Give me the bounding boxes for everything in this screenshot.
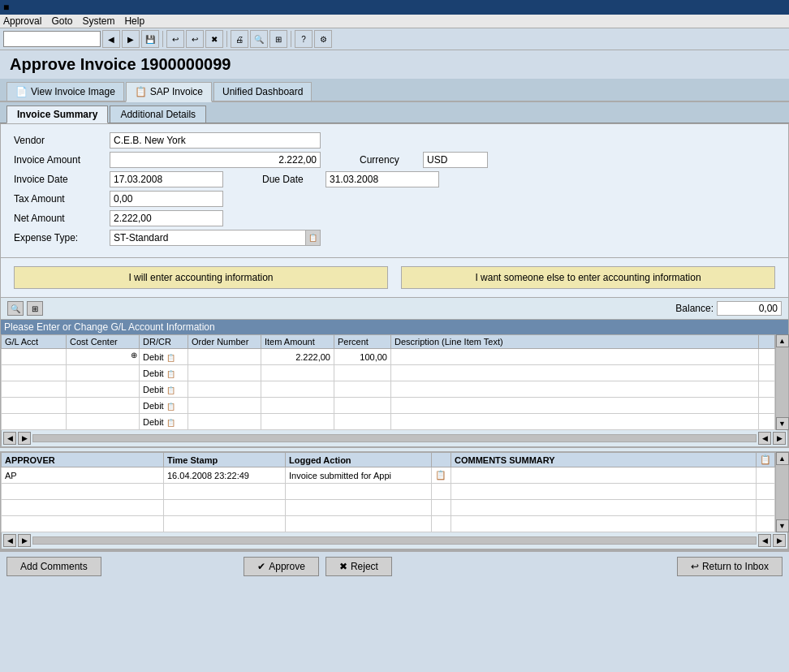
due-date-input[interactable] (326, 171, 439, 187)
gl-scroll-up[interactable]: ▲ (776, 334, 789, 347)
gl-zoom-btn[interactable]: 🔍 (7, 301, 24, 316)
inner-tab-invoice-summary[interactable]: Invoice Summary (6, 106, 108, 123)
description-input[interactable] (394, 417, 755, 427)
gl-acct-input[interactable] (5, 368, 63, 378)
gl-right-scroll[interactable]: ▲ ▼ (775, 334, 788, 430)
gl-acct-input[interactable] (5, 352, 63, 362)
invoice-date-input[interactable] (110, 171, 223, 187)
currency-input[interactable] (423, 152, 488, 168)
gl-hscroll-left[interactable]: ◀ (3, 432, 16, 445)
menu-approval[interactable]: Approval (3, 15, 41, 27)
tab-unified-dashboard[interactable]: Unified Dashboard (213, 82, 312, 101)
order-number-cell[interactable] (188, 398, 261, 414)
toolbar-input[interactable] (3, 31, 101, 47)
order-number-input[interactable] (192, 352, 257, 362)
gl-hscroll-right3[interactable]: ▶ (773, 432, 786, 445)
approver-hscroll-left[interactable]: ◀ (3, 534, 16, 547)
toolbar-nav-btn1[interactable]: ↩ (166, 30, 184, 48)
toolbar-save-btn[interactable]: 💾 (141, 30, 159, 48)
inner-tab-additional-details[interactable]: Additional Details (110, 106, 206, 123)
tab-view-invoice-image[interactable]: 📄 View Invoice Image (6, 82, 124, 101)
approve-button[interactable]: ✔ Approve (244, 557, 319, 576)
menu-goto[interactable]: Goto (51, 15, 72, 27)
approver-hscroll-track[interactable] (32, 536, 757, 545)
tax-amount-input[interactable] (110, 191, 223, 207)
gl-acct-input[interactable] (5, 417, 63, 427)
toolbar-back-btn[interactable]: ◀ (102, 30, 120, 48)
toolbar-fwd-btn[interactable]: ▶ (122, 30, 140, 48)
gl-scroll-down[interactable]: ▼ (776, 417, 789, 430)
cost-center-cell[interactable] (67, 365, 140, 381)
approver-hscroll-right3[interactable]: ▶ (773, 534, 786, 547)
gl-acct-cell[interactable] (2, 365, 67, 381)
dr-cr-icon[interactable]: 📋 (166, 354, 175, 362)
dr-cr-icon[interactable]: 📋 (166, 403, 175, 411)
approver-hscroll-right[interactable]: ▶ (18, 534, 31, 547)
expense-type-dropdown-btn[interactable]: 📋 (306, 230, 321, 246)
return-to-inbox-button[interactable]: ↩ Return to Inbox (677, 557, 783, 576)
toolbar-nav-btn2[interactable]: ↩ (186, 30, 204, 48)
gl-hscroll[interactable]: ◀ ▶ ◀ ▶ (1, 430, 788, 447)
gl-acct-cell[interactable] (2, 398, 67, 414)
gl-table-row[interactable]: Debit 📋 (2, 414, 775, 430)
cost-center-cell[interactable] (67, 398, 140, 414)
cost-center-cell[interactable] (67, 414, 140, 430)
order-number-cell[interactable] (188, 414, 261, 430)
toolbar-print-btn[interactable]: 🖨 (231, 30, 248, 48)
cost-center-cell[interactable] (67, 381, 140, 398)
toolbar-stop-btn[interactable]: ✖ (205, 30, 223, 48)
gl-acct-cell[interactable] (2, 349, 67, 365)
order-number-input[interactable] (192, 401, 257, 411)
toolbar-settings-btn[interactable]: ⚙ (314, 30, 332, 48)
gl-acct-input[interactable] (5, 385, 63, 394)
action-icon-cell[interactable] (432, 484, 451, 500)
expense-type-input[interactable] (110, 230, 306, 246)
menu-system[interactable]: System (82, 15, 114, 27)
vendor-input[interactable] (110, 132, 321, 149)
someone-else-accounting-btn[interactable]: I want someone else to enter accounting … (401, 266, 775, 289)
description-input[interactable] (394, 385, 755, 394)
gl-table-btn[interactable]: ⊞ (27, 301, 43, 316)
order-number-cell[interactable] (188, 365, 261, 381)
cost-center-cell[interactable]: ⊕ (67, 349, 140, 365)
approver-scroll-up[interactable]: ▲ (776, 452, 789, 465)
description-input[interactable] (394, 368, 755, 378)
action-icon-cell[interactable]: 📋 (432, 467, 451, 484)
gl-acct-cell[interactable] (2, 381, 67, 398)
toolbar-help-btn[interactable]: ? (295, 30, 313, 48)
gl-hscroll-right2[interactable]: ◀ (758, 432, 771, 445)
net-amount-input[interactable] (110, 210, 223, 226)
description-cell[interactable] (391, 365, 759, 381)
tab-sap-invoice[interactable]: 📋 SAP Invoice (126, 82, 212, 102)
toolbar-find-btn[interactable]: 🔍 (250, 30, 268, 48)
dr-cr-icon[interactable]: 📋 (166, 370, 175, 378)
approver-hscroll[interactable]: ◀ ▶ ◀ ▶ (1, 532, 788, 549)
approver-scroll-down[interactable]: ▼ (776, 519, 789, 532)
gl-acct-cell[interactable] (2, 414, 67, 430)
dr-cr-icon[interactable]: 📋 (166, 386, 175, 394)
cost-center-btn[interactable]: ⊕ (131, 351, 137, 360)
dr-cr-icon[interactable]: 📋 (166, 419, 175, 427)
action-icon-cell[interactable] (432, 500, 451, 516)
gl-table-row[interactable]: Debit 📋 (2, 381, 775, 398)
gl-hscroll-track[interactable] (32, 434, 757, 442)
description-input[interactable] (394, 352, 755, 362)
menu-help[interactable]: Help (124, 15, 144, 27)
gl-table-row[interactable]: ⊕ Debit 📋 2.222,00 100,00 (2, 349, 775, 365)
gl-table-row[interactable]: Debit 📋 (2, 398, 775, 414)
order-number-input[interactable] (192, 385, 257, 394)
add-comments-button[interactable]: Add Comments (6, 557, 101, 576)
gl-hscroll-right[interactable]: ▶ (18, 432, 31, 445)
gl-acct-input[interactable] (5, 401, 63, 411)
approver-right-scroll[interactable]: ▲ ▼ (775, 452, 788, 532)
reject-button[interactable]: ✖ Reject (326, 557, 392, 576)
description-input[interactable] (394, 401, 755, 411)
order-number-cell[interactable] (188, 349, 261, 365)
description-cell[interactable] (391, 381, 759, 398)
description-cell[interactable] (391, 414, 759, 430)
approver-hscroll-right2[interactable]: ◀ (758, 534, 771, 547)
expense-type-dropdown[interactable]: 📋 (110, 230, 321, 246)
order-number-cell[interactable] (188, 381, 261, 398)
order-number-input[interactable] (192, 417, 257, 427)
description-cell[interactable] (391, 398, 759, 414)
